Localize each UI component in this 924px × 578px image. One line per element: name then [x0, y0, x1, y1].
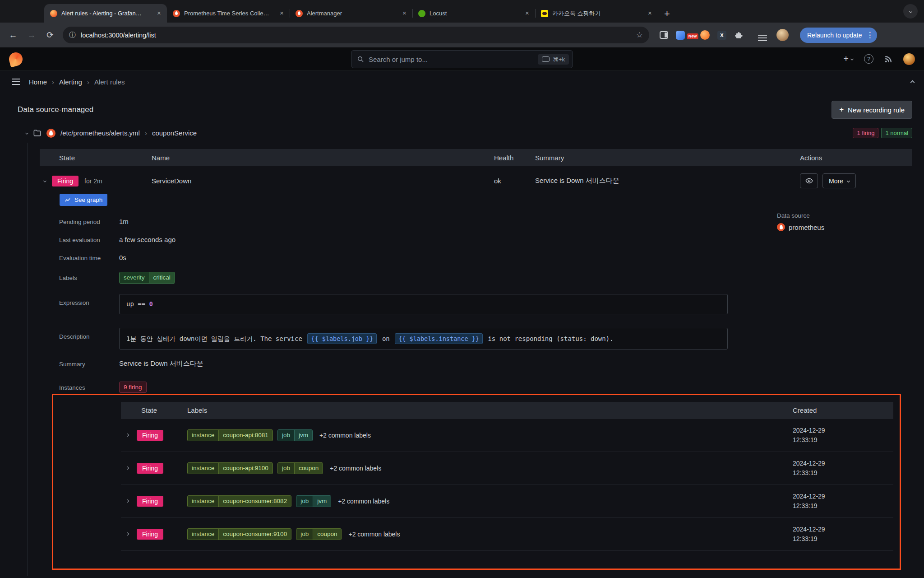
- instances-header-labels: Labels: [187, 406, 793, 414]
- chevron-right-icon[interactable]: [126, 499, 129, 503]
- tab-close-icon[interactable]: ×: [523, 9, 531, 18]
- grafana-favicon: [50, 10, 57, 17]
- help-icon[interactable]: ?: [864, 54, 873, 64]
- tab-kakao[interactable]: 카카오톡 쇼핑하기 ×: [535, 4, 658, 23]
- view-rule-button[interactable]: [800, 173, 818, 188]
- tab-prometheus[interactable]: Prometheus Time Series Colle… ×: [167, 4, 290, 23]
- tab-close-icon[interactable]: ×: [400, 9, 409, 18]
- row-expand-chevron-icon[interactable]: [43, 179, 46, 182]
- forward-button[interactable]: →: [26, 30, 37, 40]
- instances-header-created: Created: [793, 406, 893, 414]
- site-info-icon[interactable]: ⓘ: [69, 31, 76, 39]
- side-panel-icon[interactable]: [660, 31, 668, 39]
- instance-row[interactable]: Firing instancecoupon-api:9100 jobcoupon…: [121, 452, 893, 485]
- datasource-label: Data source: [777, 212, 824, 219]
- tab-close-icon[interactable]: ×: [277, 9, 286, 18]
- search-box[interactable]: ⌘+k: [351, 50, 573, 68]
- tab-search-button[interactable]: [903, 4, 918, 19]
- alertmanager-favicon: [296, 10, 303, 17]
- see-graph-button[interactable]: See graph: [60, 194, 107, 206]
- breadcrumb-home[interactable]: Home: [29, 78, 47, 86]
- tab-alertmanager[interactable]: Alertmanager ×: [290, 4, 412, 23]
- instance-row[interactable]: Firing instancecoupon-consumer:9100 jobc…: [121, 518, 893, 551]
- group-name[interactable]: couponService: [152, 129, 197, 137]
- chrome-profile-avatar[interactable]: [776, 29, 789, 41]
- new-recording-rule-button[interactable]: + New recording rule: [832, 101, 912, 119]
- extensions-puzzle-icon[interactable]: [734, 31, 743, 40]
- path-separator: ›: [145, 129, 147, 137]
- common-labels-text: +2 common labels: [330, 465, 381, 472]
- job-label-chip: jobcoupon: [296, 528, 342, 540]
- grafana-logo[interactable]: [8, 51, 24, 67]
- severity-label-chip: severity critical: [119, 272, 175, 284]
- relaunch-to-update-button[interactable]: Relaunch to update ⋮: [800, 28, 877, 43]
- tab-list-icon[interactable]: [758, 35, 767, 36]
- instance-labels: instancecoupon-consumer:8082 jobjvm +2 c…: [187, 495, 793, 507]
- collapse-chevron-up-icon[interactable]: [911, 78, 914, 86]
- prometheus-datasource-icon: [46, 129, 55, 138]
- rule-row-servicedown: Firing for 2m ServiceDown ok Service is …: [40, 166, 912, 188]
- tab-title: Alert rules - Alerting - Grafan…: [61, 10, 151, 17]
- chart-icon: [65, 197, 71, 203]
- chevron-right-icon[interactable]: [126, 532, 129, 536]
- user-avatar[interactable]: [903, 53, 915, 65]
- back-button[interactable]: ←: [7, 30, 19, 40]
- more-button[interactable]: More: [822, 173, 856, 188]
- reload-button[interactable]: ⟳: [44, 30, 56, 40]
- job-label-chip: jobcoupon: [277, 462, 323, 474]
- breadcrumb-alerting[interactable]: Alerting: [59, 78, 82, 86]
- template-var-instance: {{ $labels.instance }}: [395, 333, 483, 344]
- chevron-right-icon[interactable]: [126, 434, 129, 437]
- rule-summary: Service is Down 서비스다운: [535, 177, 800, 185]
- common-labels-text: +2 common labels: [348, 531, 400, 538]
- folder-icon: [33, 129, 42, 137]
- chrome-menu-icon[interactable]: ⋮: [866, 30, 873, 40]
- created-cell: 2024-12-29 12:33:19: [793, 525, 893, 544]
- new-tab-button[interactable]: +: [664, 9, 670, 19]
- plus-icon: +: [843, 54, 849, 64]
- extension-area: New X: [660, 30, 743, 40]
- expression-label: Expression: [59, 294, 119, 306]
- group-expand-chevron-icon[interactable]: [25, 131, 28, 135]
- tab-title: Prometheus Time Series Colle…: [184, 10, 273, 17]
- bookmark-star-icon[interactable]: ☆: [636, 30, 643, 40]
- instance-row[interactable]: Firing instancecoupon-consumer:8082 jobj…: [121, 485, 893, 518]
- tab-close-icon[interactable]: ×: [646, 9, 654, 18]
- rss-icon[interactable]: [884, 55, 892, 63]
- tab-grafana[interactable]: Alert rules - Alerting - Grafan… ×: [44, 4, 167, 23]
- shortcut-keycap: ⌘+k: [538, 54, 569, 65]
- locust-favicon: [418, 10, 425, 17]
- last-evaluation-label: Last evaluation: [59, 236, 119, 243]
- hamburger-menu-icon[interactable]: [12, 81, 20, 82]
- chevron-right-icon[interactable]: [126, 466, 129, 470]
- instance-state-badge: Firing: [137, 496, 163, 507]
- address-bar[interactable]: ⓘ localhost:3000/alerting/list ☆: [63, 27, 649, 43]
- instance-state-badge: Firing: [137, 463, 163, 474]
- rule-name[interactable]: ServiceDown: [152, 177, 494, 185]
- tab-locust[interactable]: Locust ×: [412, 4, 535, 23]
- tab-title: Locust: [430, 10, 519, 17]
- labels-label: Labels: [59, 274, 119, 281]
- summary-value: Service is Down 서비스다운: [119, 359, 203, 368]
- rule-group-header[interactable]: /etc/prometheus/alerts.yml › couponServi…: [18, 128, 912, 138]
- breadcrumb: Home › Alerting › Alert rules: [29, 78, 125, 86]
- instance-label-chip: instancecoupon-api:8081: [187, 429, 273, 441]
- extension-icon-blue[interactable]: [676, 31, 685, 40]
- page-title: Data source-managed: [18, 105, 93, 114]
- breadcrumb-separator: ›: [87, 78, 89, 86]
- breadcrumb-bar: Home › Alerting › Alert rules: [0, 71, 924, 93]
- extension-icon-kr[interactable]: X: [717, 31, 726, 40]
- instances-table: State Labels Created Firing instancecoup…: [121, 402, 893, 551]
- tab-close-icon[interactable]: ×: [155, 9, 163, 18]
- instances-header-state: State: [121, 406, 187, 414]
- evaluation-time-label: Evaluation time: [59, 254, 119, 261]
- kakao-favicon: [541, 10, 548, 17]
- instance-labels: instancecoupon-consumer:9100 jobcoupon +…: [187, 528, 793, 540]
- shortcut-text: ⌘+k: [553, 56, 565, 63]
- summary-label: Summary: [59, 360, 119, 368]
- new-menu-button[interactable]: +: [843, 54, 853, 64]
- extension-icon-orange[interactable]: [700, 30, 710, 40]
- search-input[interactable]: [369, 56, 533, 63]
- instance-row[interactable]: Firing instancecoupon-api:8081 jobjvm +2…: [121, 419, 893, 452]
- group-file-path[interactable]: /etc/prometheus/alerts.yml: [60, 129, 140, 137]
